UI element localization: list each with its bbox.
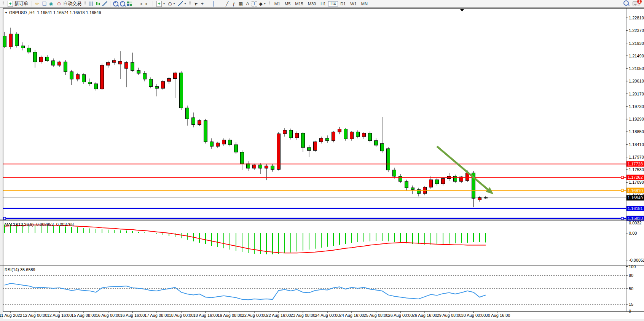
candle <box>387 149 390 170</box>
crosshair-icon[interactable]: + <box>199 1 206 7</box>
symbol-label: GBPUSD-,H4 <box>9 10 35 15</box>
hline-handle[interactable] <box>621 189 623 192</box>
timeframe-bar: M1M5M15M30H1H4D1W1MN <box>272 1 370 6</box>
tile-windows-icon[interactable] <box>126 1 132 7</box>
timeframe-m15[interactable]: M15 <box>293 1 305 6</box>
zoom-out-icon[interactable]: − <box>120 1 126 7</box>
time-tick-label: 25 Aug 08:00 <box>364 313 389 318</box>
search-icon[interactable] <box>623 0 629 7</box>
channel-icon[interactable]: ▦ <box>238 1 244 7</box>
timeframe-w1[interactable]: W1 <box>348 1 359 6</box>
candle <box>210 142 214 146</box>
timeframe-m5[interactable]: M5 <box>282 1 293 6</box>
period-button[interactable]: ◷▾ <box>167 0 176 7</box>
price-tick-label: 1.21930 <box>629 41 644 46</box>
profiles-icon[interactable]: ❏ <box>41 1 47 7</box>
timeframe-h4[interactable]: H4 <box>328 1 338 6</box>
candle <box>338 129 341 132</box>
symbol-dropdown-icon[interactable]: ▼ <box>5 11 8 14</box>
candlestick-chart-icon[interactable] <box>95 1 101 7</box>
candle <box>375 141 378 145</box>
candle <box>350 132 354 139</box>
hline-handle[interactable] <box>621 176 623 178</box>
indicators-button[interactable]: ▾ <box>177 0 187 7</box>
toolbar-right: 1 <box>623 0 642 7</box>
signals-icon[interactable]: ◉ <box>48 1 54 7</box>
price-tick-label: 1.20610 <box>629 79 644 83</box>
horizontal-line-icon[interactable]: ─ <box>217 1 223 7</box>
styles-icon[interactable]: ✏ <box>34 1 40 7</box>
auto-scroll-icon[interactable]: ⇥ <box>137 1 143 7</box>
hline-handle[interactable] <box>621 217 623 219</box>
chat-icon[interactable]: 1 <box>633 1 639 6</box>
new-chart-button[interactable]: +▾ <box>155 0 166 7</box>
timeframe-m30[interactable]: M30 <box>306 1 318 6</box>
candle <box>88 82 92 84</box>
symbol-ohlc-label[interactable]: ▼GBPUSD-,H4 1.16541 1.16574 1.16518 1.16… <box>5 10 101 15</box>
rsi-tick-label: 80 <box>629 273 633 278</box>
candle <box>76 75 80 79</box>
auto-trading-label: 自动交易 <box>63 0 81 7</box>
text-label-icon[interactable]: T <box>252 1 257 6</box>
time-tick-label: 12 Aug 00:00 <box>23 313 48 318</box>
candle <box>119 61 122 64</box>
hline-handle[interactable] <box>3 217 6 219</box>
line-chart-icon[interactable] <box>102 1 108 7</box>
price-tick-label: 1.17090 <box>629 180 644 184</box>
time-tick-label: 18 Aug 00:00 <box>169 313 194 318</box>
rsi-tick-label: 100 <box>629 264 636 269</box>
candle <box>107 62 110 65</box>
price-tick-label: 1.20170 <box>629 92 644 96</box>
candle <box>283 130 287 134</box>
timeframe-mn[interactable]: MN <box>359 1 370 6</box>
text-icon[interactable]: A <box>245 1 251 7</box>
cursor-icon[interactable]: ➤ <box>191 0 200 8</box>
time-tick-label: 26 Aug 00:00 <box>388 313 413 318</box>
time-tick-label: 12 Aug 16:00 <box>47 313 72 318</box>
candle <box>58 62 61 65</box>
time-tick-label: 11 Aug 2022 <box>0 313 22 318</box>
new-order-button[interactable]: + 新订单 <box>6 0 29 7</box>
timeframe-h1[interactable]: H1 <box>318 1 328 6</box>
shapes-button[interactable]: ◆▾ <box>258 0 267 7</box>
candle <box>27 48 31 52</box>
macd-panel[interactable] <box>3 221 626 265</box>
price-tick-label: 1.17970 <box>629 155 644 159</box>
candle <box>356 132 360 137</box>
bar-chart-icon[interactable] <box>88 1 94 7</box>
chart-shift-icon[interactable]: ⇤ <box>144 1 150 7</box>
candle <box>161 81 165 88</box>
price-tick-label: 1.17530 <box>629 167 644 172</box>
time-tick-label: 24 Aug 00:00 <box>315 313 340 318</box>
time-tick-label: 22 Aug 16:00 <box>266 313 291 318</box>
candle <box>143 73 147 79</box>
toolbar-grip <box>189 1 191 6</box>
timeframe-d1[interactable]: D1 <box>338 1 348 6</box>
candle <box>429 180 433 188</box>
candle <box>265 166 268 168</box>
macd-tick-label: -0.008529 <box>629 258 644 262</box>
candle <box>411 188 414 190</box>
candle <box>320 138 323 142</box>
candle <box>46 57 49 61</box>
zoom-in-icon[interactable]: + <box>113 1 119 7</box>
candle <box>253 165 256 168</box>
auto-trading-button[interactable]: ⊙ 自动交易 <box>55 0 83 7</box>
vertical-line-icon[interactable]: │ <box>210 1 217 7</box>
candle <box>15 34 19 46</box>
macd-name: MACD(12,26,9) <box>5 222 33 227</box>
candle <box>301 133 305 148</box>
chart-canvas[interactable]: 1.177281.172621.168101.165491.161811.158… <box>0 0 644 321</box>
price-badge-label: 1.15833 <box>628 216 643 221</box>
main-chart-area[interactable] <box>3 8 626 220</box>
fibonacci-icon[interactable]: ƒ <box>231 1 237 7</box>
candle <box>234 145 238 152</box>
trendline-icon[interactable]: ╱ <box>224 1 230 7</box>
timeframe-m1[interactable]: M1 <box>272 1 282 6</box>
separator <box>153 1 153 6</box>
price-badge-label: 1.16810 <box>628 188 643 193</box>
candle <box>228 140 232 145</box>
price-badge-label: 1.17728 <box>628 162 643 166</box>
candle <box>442 179 445 184</box>
price-tick-label: 1.16650 <box>629 193 644 197</box>
